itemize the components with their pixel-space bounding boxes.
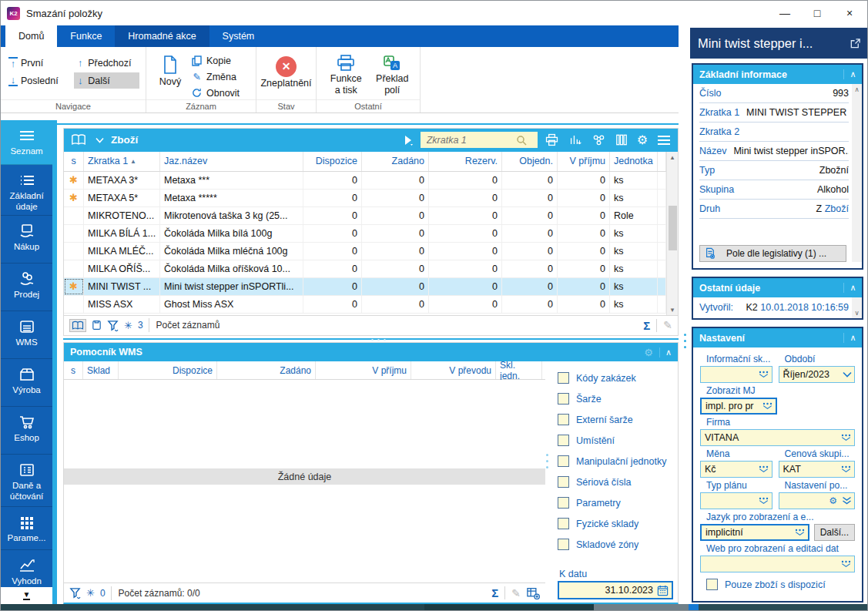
checkbox[interactable]	[558, 455, 569, 467]
collapse-icon[interactable]: ∧	[843, 333, 862, 343]
section-scrollbar[interactable]: ∧	[852, 84, 862, 262]
new-button[interactable]: Nový	[152, 52, 188, 100]
checkbox-skladove-zony[interactable]: Skladové zóny	[558, 534, 673, 555]
jazyk-combo[interactable]: implicitní	[700, 524, 809, 541]
checkbox[interactable]	[558, 518, 569, 529]
column-header-s[interactable]: s	[64, 152, 84, 171]
previous-button[interactable]: ↑ Předchozí	[74, 55, 139, 71]
checkbox[interactable]	[558, 372, 569, 384]
sidebar-expand-button[interactable]: ▼	[1, 587, 52, 604]
checkbox[interactable]	[558, 497, 569, 509]
checkbox-kody-zakazek[interactable]: Kódy zakázek	[558, 368, 673, 388]
search-icon[interactable]	[516, 135, 527, 146]
column-header-dispozice[interactable]: Dispozice	[303, 152, 362, 171]
sum-icon[interactable]: Σ	[643, 319, 657, 332]
open-external-icon[interactable]	[850, 38, 861, 49]
sidebar-item-vyroba[interactable]: Výroba	[1, 359, 52, 407]
gear-icon[interactable]: ⚙	[829, 495, 837, 506]
print-functions-button[interactable]: Funkce a tisk	[323, 52, 370, 99]
sidebar-item-prodej[interactable]: Prodej	[1, 264, 52, 311]
book-icon[interactable]	[69, 133, 89, 146]
panel-splitter[interactable]	[679, 25, 690, 604]
chart-icon[interactable]	[566, 133, 585, 146]
sidebar-item-dane-a-uctovani[interactable]: Daně a účtování	[1, 455, 52, 507]
next-button[interactable]: ↓ Další	[74, 72, 139, 89]
collapse-icon[interactable]: ∧	[843, 69, 862, 79]
sidebar-item-seznam[interactable]: Seznam	[1, 120, 52, 165]
checkbox-manipulacni-jednotky[interactable]: Manipulační jednotky	[558, 451, 673, 472]
column-header-vprijmu[interactable]: V příjmu	[558, 152, 610, 171]
translate-fields-button[interactable]: A Překlad polí	[371, 52, 414, 99]
tab-funkce[interactable]: Funkce	[57, 25, 115, 47]
checkbox[interactable]	[558, 476, 569, 488]
tab-hromadne-akce[interactable]: Hromadné akce	[115, 25, 209, 47]
table-row[interactable]: MIKROTENO... Mikrotenová taška 3 kg (25.…	[64, 207, 666, 225]
checkbox[interactable]	[558, 435, 569, 446]
section-header[interactable]: Nastavení ∧	[693, 328, 862, 347]
wms-collapse-icon[interactable]: ∧	[659, 347, 672, 358]
view-chevron-icon[interactable]	[93, 137, 106, 143]
collapse-icon[interactable]: ∧	[843, 283, 862, 293]
records-count-button[interactable]: Počet záznamů	[149, 318, 220, 332]
sidebar-item-vyhodnoceni[interactable]: Vyhodn	[1, 550, 52, 587]
snowflake-icon[interactable]: ✳	[124, 320, 132, 331]
k-datu-field[interactable]: 31.10.2023	[558, 581, 673, 599]
wms-vertical-splitter[interactable]	[545, 361, 550, 603]
book-view-button[interactable]	[69, 319, 86, 332]
add-record-icon[interactable]	[527, 587, 540, 599]
obdobi-select[interactable]: Říjen/2023	[779, 366, 855, 383]
column-header-zkratka1[interactable]: Zkratka 1 ▲	[84, 152, 160, 171]
change-button[interactable]: ✎ Změna	[191, 69, 240, 84]
table-row[interactable]: ✱ METAXA 3* Metaxa *** 0 0 0 0 0 ks	[64, 172, 666, 190]
copy-button[interactable]: Kopie	[191, 53, 240, 68]
checkbox-seriova-cisla[interactable]: Sériová čísla	[558, 472, 673, 492]
last-button[interactable]: ↓ Poslední	[7, 72, 66, 89]
column-header-zadano[interactable]: Zadáno	[362, 152, 429, 171]
maximize-button[interactable]: □	[801, 2, 833, 25]
section-header[interactable]: Základní informace ∧	[693, 65, 862, 84]
checkbox-sarze[interactable]: Šarže	[558, 388, 673, 409]
sidebar-item-nakup[interactable]: Nákup	[1, 216, 52, 264]
scroll-down-icon[interactable]: ∨	[854, 309, 859, 317]
gear-icon[interactable]: ⚙	[635, 133, 650, 147]
play-icon[interactable]	[402, 135, 416, 146]
close-button[interactable]: ×	[833, 2, 866, 25]
vertical-scrollbar[interactable]: ▴ ▾	[666, 152, 678, 315]
wms-snowflake-icon[interactable]: ✳	[86, 587, 95, 599]
checkbox-fyzicke-sklady[interactable]: Fyzické sklady	[558, 513, 673, 534]
tab-domu[interactable]: Domů	[5, 25, 57, 47]
wms-column-skljedn[interactable]: Skl. jedn.	[496, 361, 542, 379]
typ-planu-combo[interactable]	[700, 492, 772, 509]
tab-system[interactable]: Systém	[209, 25, 268, 47]
filter-icon[interactable]	[107, 320, 119, 331]
columns-icon[interactable]	[613, 133, 630, 146]
first-button[interactable]: ↑ První	[7, 55, 66, 71]
checkbox-umisteni[interactable]: Umístění	[558, 430, 673, 451]
table-row[interactable]: MISS ASX Ghost Miss ASX 0 0 0 0 0 ks	[64, 296, 666, 314]
wms-column-zadano[interactable]: Zadáno	[217, 361, 316, 379]
column-header-jednotka[interactable]: Jednotka	[610, 152, 658, 171]
search-input[interactable]	[425, 134, 516, 146]
legislativa-button[interactable]: Pole dle legislativy (1) ...	[699, 245, 846, 262]
checkbox-externi-sarze[interactable]: Externí šarže	[558, 409, 673, 430]
wms-sum-icon[interactable]: Σ	[491, 586, 505, 599]
sidebar-item-parametry[interactable]: Parame...	[1, 507, 52, 550]
print-icon[interactable]	[542, 133, 561, 146]
section-scrollbar[interactable]: ∨	[852, 297, 862, 318]
dalsi-button[interactable]: Další...	[814, 524, 855, 541]
zobrazit-mj-combo[interactable]: impl. pro pr	[700, 398, 777, 415]
wms-gear-icon[interactable]: ⚙	[644, 347, 653, 358]
table-row[interactable]: MILKA OŘÍŠ... Čokoláda Milka oříšková 10…	[64, 260, 666, 278]
scroll-up-icon[interactable]: ∧	[854, 86, 859, 93]
web-combo[interactable]	[700, 556, 855, 572]
sidebar-item-wms[interactable]: WMS	[1, 311, 52, 359]
column-header-jaznazev[interactable]: Jaz.název	[160, 152, 303, 171]
scroll-up-icon[interactable]: ▴	[671, 152, 675, 163]
table-row[interactable]: MILKA MLÉČ... Čokoláda Milka mléčná 100g…	[64, 243, 666, 260]
checkbox[interactable]	[558, 539, 569, 550]
wms-column-vprijmu[interactable]: V příjmu	[316, 361, 411, 379]
mena-combo[interactable]: Kč	[700, 461, 772, 478]
pouze-zbozi-checkbox[interactable]: Pouze zboží s dispozicí	[706, 579, 855, 590]
horizontal-splitter[interactable]	[63, 338, 679, 340]
firma-combo[interactable]: VITANA	[700, 429, 855, 446]
